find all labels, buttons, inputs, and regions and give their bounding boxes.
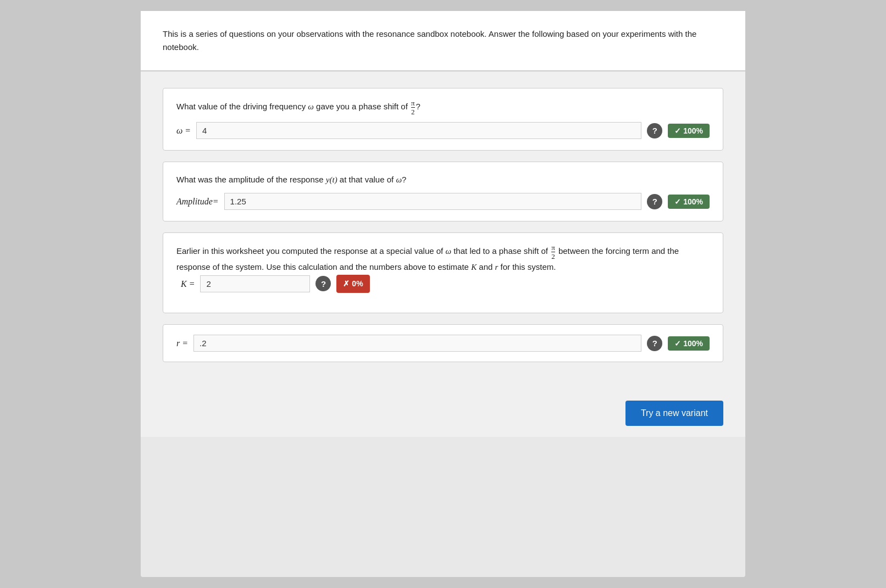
question-3-r-answer-row: r = ? ✓ 100% (176, 335, 710, 352)
q2-label: Amplitude= (176, 197, 219, 207)
q1-input[interactable] (196, 122, 641, 139)
question-3-r-block: r = ? ✓ 100% (163, 324, 723, 362)
intro-section: This is a series of questions on your ob… (141, 11, 745, 71)
q3-k-score-badge: ✗ 0% (336, 275, 369, 293)
question-2-answer-row: Amplitude= ? ✓ 100% (176, 193, 710, 210)
intro-text: This is a series of questions on your ob… (163, 27, 723, 54)
try-new-variant-button[interactable]: Try a new variant (625, 401, 723, 426)
q3-k-help-button[interactable]: ? (315, 276, 331, 291)
question-3-block: Earlier in this worksheet you computed t… (163, 232, 723, 313)
q1-help-button[interactable]: ? (647, 123, 662, 138)
q2-var-omega: ω (396, 175, 402, 184)
questions-section: What value of the driving frequency ω ga… (141, 71, 745, 390)
q2-var-yt: y(t) (326, 175, 337, 184)
q1-fraction: π 2 (411, 99, 415, 115)
q3-k-input[interactable] (200, 275, 310, 292)
question-3-text: Earlier in this worksheet you computed t… (176, 244, 710, 293)
q2-input[interactable] (224, 193, 642, 210)
q1-score-badge: ✓ 100% (668, 124, 710, 138)
q3-k-label: K = (181, 276, 195, 291)
q3-fraction: π 2 (551, 244, 555, 260)
q1-var-omega: ω (308, 102, 314, 111)
q2-help-button[interactable]: ? (647, 194, 662, 209)
q3-r-label: r = (176, 339, 188, 348)
question-1-text: What value of the driving frequency ω ga… (176, 99, 710, 115)
q3-r-input[interactable] (193, 335, 641, 352)
q3-r-help-button[interactable]: ? (647, 336, 662, 351)
q1-label: ω = (176, 126, 191, 136)
question-2-block: What was the amplitude of the response y… (163, 162, 723, 221)
q2-score-badge: ✓ 100% (668, 195, 710, 209)
question-2-text: What was the amplitude of the response y… (176, 173, 710, 186)
q3-r-score-badge: ✓ 100% (668, 336, 710, 351)
question-1-answer-row: ω = ? ✓ 100% (176, 122, 710, 139)
bottom-bar: Try a new variant (141, 390, 745, 437)
question-1-block: What value of the driving frequency ω ga… (163, 88, 723, 151)
